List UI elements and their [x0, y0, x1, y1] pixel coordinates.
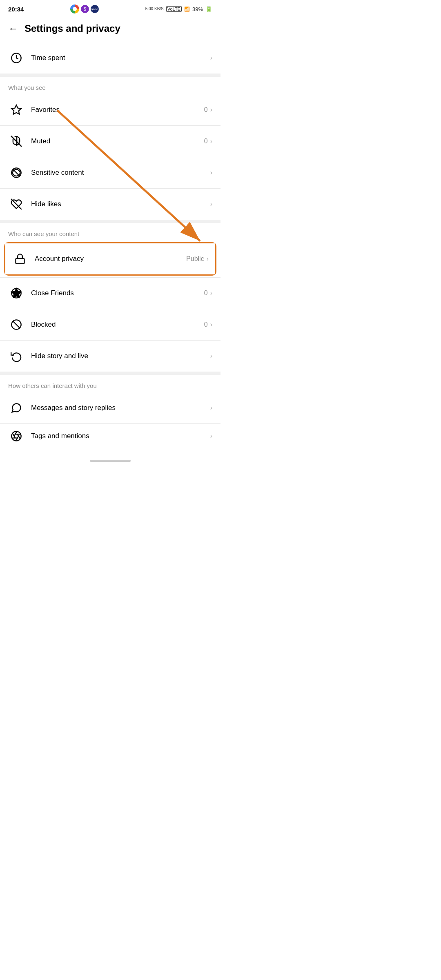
- settings-item-muted[interactable]: Muted 0 ›: [0, 126, 220, 157]
- muted-label: Muted: [31, 137, 204, 145]
- settings-item-tags-mentions[interactable]: Tags and mentions ›: [0, 424, 220, 448]
- tags-icon: [8, 428, 24, 444]
- favorites-chevron: ›: [210, 106, 212, 114]
- favorites-count: 0: [204, 106, 208, 114]
- close-friends-icon: [8, 285, 24, 301]
- volte-icon: VoLTE: [166, 6, 182, 12]
- tags-chevron: ›: [210, 432, 212, 440]
- network-speed: 5.00 KB/S: [145, 7, 164, 11]
- settings-item-blocked[interactable]: Blocked 0 ›: [0, 309, 220, 340]
- account-privacy-chevron: ›: [207, 255, 209, 263]
- battery-text: 39%: [192, 6, 203, 12]
- time-spent-label: Time spent: [31, 54, 210, 62]
- settings-item-favorites[interactable]: Favorites 0 ›: [0, 94, 220, 125]
- settings-item-close-friends[interactable]: Close Friends 0 ›: [0, 278, 220, 309]
- hide-story-live-chevron: ›: [210, 352, 212, 360]
- settings-item-time-spent[interactable]: Time spent ›: [0, 42, 220, 74]
- scroll-bar: [90, 460, 131, 462]
- svg-marker-1: [11, 105, 21, 114]
- app-icons: S yono: [70, 4, 99, 13]
- sensitive-content-icon: [8, 165, 24, 181]
- messages-chevron: ›: [210, 404, 212, 412]
- hide-likes-chevron: ›: [210, 200, 212, 208]
- page-header: ← Settings and privacy: [0, 16, 220, 42]
- back-button[interactable]: ←: [8, 23, 18, 34]
- muted-icon: [8, 133, 24, 149]
- blocked-icon: [8, 316, 24, 333]
- muted-chevron: ›: [210, 138, 212, 145]
- account-privacy-value: Public: [186, 255, 204, 263]
- status-icons-right: 5.00 KB/S VoLTE 📶 39% 🔋: [145, 6, 212, 12]
- chrome-icon: [70, 4, 79, 13]
- blocked-count: 0: [204, 321, 208, 328]
- account-privacy-icon: [12, 251, 28, 267]
- hide-story-live-label: Hide story and live: [31, 352, 210, 360]
- hide-story-live-icon: [8, 348, 24, 364]
- blocked-chevron: ›: [210, 321, 212, 328]
- close-friends-chevron: ›: [210, 290, 212, 297]
- close-friends-label: Close Friends: [31, 289, 204, 297]
- settings-item-messages[interactable]: Messages and story replies ›: [0, 392, 220, 423]
- divider-3: [0, 372, 220, 375]
- settings-item-account-privacy[interactable]: Account privacy Public ›: [5, 243, 215, 274]
- status-bar: 20:34 S yono 5.00 KB/S VoLTE 📶 39% 🔋: [0, 0, 220, 16]
- account-privacy-highlight-box: Account privacy Public ›: [4, 242, 216, 276]
- settings-item-hide-likes[interactable]: Hide likes ›: [0, 189, 220, 220]
- status-time: 20:34: [8, 6, 24, 13]
- svg-line-11: [13, 321, 20, 328]
- settings-item-sensitive-content[interactable]: Sensitive content ›: [0, 157, 220, 188]
- time-spent-chevron: ›: [210, 54, 212, 62]
- s-app-icon: S: [81, 5, 89, 13]
- favorites-icon: [8, 102, 24, 118]
- svg-rect-7: [16, 258, 24, 264]
- section-how-others: How others can interact with you: [0, 375, 220, 392]
- section-what-you-see: What you see: [0, 77, 220, 94]
- section-who-can-see: Who can see your content: [0, 223, 220, 241]
- yono-icon: yono: [91, 5, 99, 13]
- battery-icon: 🔋: [205, 6, 212, 12]
- hide-likes-label: Hide likes: [31, 200, 210, 208]
- hide-likes-icon: [8, 196, 24, 212]
- favorites-label: Favorites: [31, 106, 204, 114]
- messages-icon: [8, 400, 24, 416]
- divider-1: [0, 74, 220, 77]
- tags-label: Tags and mentions: [31, 432, 210, 440]
- messages-label: Messages and story replies: [31, 404, 210, 412]
- signal-icon: 📶: [184, 7, 190, 12]
- scroll-indicator: [0, 457, 220, 467]
- account-privacy-label: Account privacy: [35, 255, 186, 263]
- divider-2: [0, 220, 220, 223]
- blocked-label: Blocked: [31, 321, 204, 329]
- time-spent-icon: [8, 50, 24, 66]
- muted-count: 0: [204, 138, 208, 145]
- page-title: Settings and privacy: [24, 23, 120, 34]
- settings-item-hide-story-live[interactable]: Hide story and live ›: [0, 341, 220, 372]
- sensitive-content-label: Sensitive content: [31, 169, 210, 177]
- sensitive-content-chevron: ›: [210, 169, 212, 176]
- close-friends-count: 0: [204, 290, 208, 297]
